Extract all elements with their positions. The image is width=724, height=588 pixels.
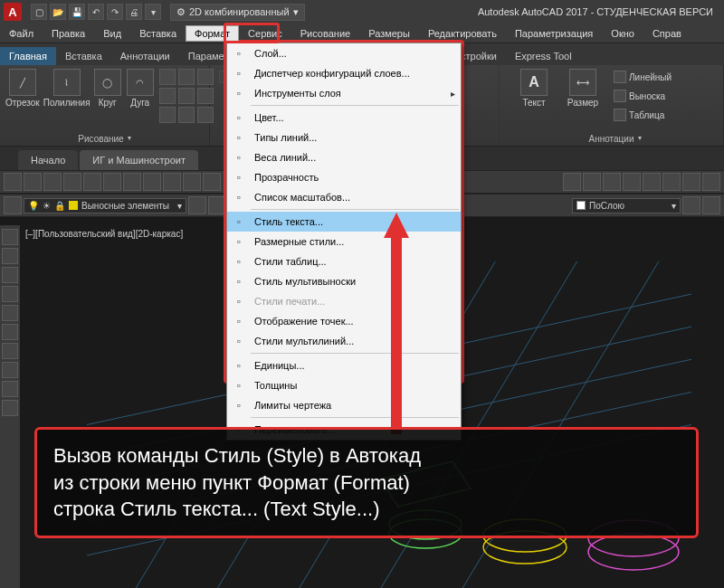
menu-окно[interactable]: Окно [602, 25, 643, 42]
leader-button[interactable]: Выноска [610, 88, 675, 104]
ribbon-tab-2[interactable]: Аннотации [111, 47, 179, 65]
prop-tb1-icon[interactable] [682, 196, 700, 214]
menu-item-label: Стили таблиц... [254, 256, 327, 267]
menu-item-15[interactable]: ▫Отображение точек... [227, 311, 461, 331]
tb2-icon[interactable] [24, 173, 42, 191]
tb10-icon[interactable] [183, 173, 201, 191]
menu-формат[interactable]: Формат [186, 25, 239, 42]
line-button[interactable]: ╱Отрезок [5, 69, 40, 123]
menu-item-4[interactable]: ▫Цвет... [227, 108, 461, 128]
lt2-icon[interactable] [2, 248, 18, 264]
tb6-icon[interactable] [103, 173, 121, 191]
tb-r6-icon[interactable] [662, 173, 681, 191]
menu-item-12[interactable]: ▫Стили таблиц... [227, 251, 461, 271]
tb11-icon[interactable] [203, 173, 221, 191]
menu-item-20[interactable]: ▫Лимиты чертежа [227, 395, 461, 415]
ribbon-tab-0[interactable]: Главная [0, 47, 56, 65]
undo-icon[interactable]: ↶ [88, 4, 104, 20]
layer-tb1-icon[interactable] [4, 196, 22, 214]
draw-small-icons[interactable] [159, 69, 214, 123]
tb5-icon[interactable] [83, 173, 101, 191]
tb3-icon[interactable] [43, 173, 62, 191]
save-icon[interactable]: 💾 [69, 4, 85, 20]
more-icon[interactable]: ▾ [145, 4, 161, 20]
tab-drawing[interactable]: ИГ и Машиностроит [80, 150, 198, 170]
prop-tb2-icon[interactable] [702, 196, 720, 214]
menu-редактировать[interactable]: Редактировать [419, 25, 506, 42]
menu-item-19[interactable]: ▫Толщины [227, 375, 461, 395]
linear-dim-button[interactable]: Линейный [610, 69, 675, 85]
tb9-icon[interactable] [163, 173, 181, 191]
tb8-icon[interactable] [143, 173, 161, 191]
tb-r1-icon[interactable] [563, 173, 581, 191]
layer-combo[interactable]: 💡 ☀ 🔒 Выносные элементы ▾ [24, 198, 186, 213]
menu-item-label: Стили печати... [254, 296, 325, 307]
new-icon[interactable]: ▢ [31, 4, 47, 20]
menu-item-label: Цвет... [254, 112, 284, 123]
tb-r8-icon[interactable] [702, 173, 720, 191]
lt10-icon[interactable] [2, 400, 18, 416]
layer-tb3-icon[interactable] [208, 196, 226, 214]
ribbon-tab-8[interactable]: Express Tool [506, 47, 581, 65]
menu-правка[interactable]: Правка [43, 25, 94, 42]
menu-item-icon: ▫ [231, 213, 247, 230]
lt5-icon[interactable] [2, 305, 18, 321]
menu-сервис[interactable]: Сервис [239, 25, 291, 42]
text-button[interactable]: AТекст [512, 69, 556, 123]
menu-размеры[interactable]: Размеры [359, 25, 419, 42]
tb-r2-icon[interactable] [583, 173, 601, 191]
tb-r4-icon[interactable] [623, 173, 641, 191]
arc-button[interactable]: ◠Дуга [127, 69, 154, 123]
menu-item-5[interactable]: ▫Типы линий... [227, 128, 461, 147]
menu-item-2[interactable]: ▫Инструменты слоя [227, 83, 461, 103]
lt7-icon[interactable] [2, 343, 18, 359]
tb1-icon[interactable] [4, 173, 22, 191]
lt4-icon[interactable] [2, 286, 18, 302]
menu-item-7[interactable]: ▫Прозрачность [227, 167, 461, 187]
menu-item-icon: ▫ [231, 109, 247, 126]
redo-icon[interactable]: ↷ [107, 4, 123, 20]
layer-tb2-icon[interactable] [188, 196, 206, 214]
menu-item-0[interactable]: ▫Слой... [227, 43, 461, 63]
viewport-label[interactable]: [–][Пользовательский вид][2D-каркас] [25, 229, 183, 239]
menu-item-16[interactable]: ▫Стили мультилиний... [227, 331, 461, 351]
lt1-icon[interactable] [2, 229, 18, 245]
color-combo[interactable]: ПоСлою ▾ [572, 198, 681, 213]
tab-start[interactable]: Начало [18, 150, 78, 170]
menu-item-11[interactable]: ▫Размерные стили... [227, 232, 461, 251]
app-badge-icon[interactable]: A [4, 3, 22, 21]
menu-рисование[interactable]: Рисование [291, 25, 359, 42]
menu-вид[interactable]: Вид [94, 25, 130, 42]
annot-panel-label[interactable]: Аннотации [512, 134, 718, 144]
lt8-icon[interactable] [2, 362, 18, 378]
polyline-button[interactable]: ⌇Полилиния [45, 69, 89, 123]
menu-вставка[interactable]: Вставка [130, 25, 186, 42]
ribbon-tab-1[interactable]: Вставка [56, 47, 111, 65]
workspace-name: 2D комбинированный [189, 6, 290, 17]
menu-item-10[interactable]: ▫Стиль текста... [227, 212, 461, 232]
lt3-icon[interactable] [2, 267, 18, 283]
menu-справ[interactable]: Справ [643, 25, 691, 42]
lt9-icon[interactable] [2, 381, 18, 397]
dimension-button[interactable]: ⟷Размер [561, 69, 605, 123]
draw-panel-label[interactable]: Рисование [5, 134, 204, 144]
table-button[interactable]: Таблица [610, 107, 675, 123]
tb7-icon[interactable] [123, 173, 141, 191]
menu-параметризация[interactable]: Параметризация [506, 25, 602, 42]
menu-item-1[interactable]: ▫Диспетчер конфигураций слоев... [227, 63, 461, 83]
lt6-icon[interactable] [2, 324, 18, 340]
circle-button[interactable]: ◯Круг [94, 69, 121, 123]
menu-item-icon: ▫ [231, 233, 247, 250]
open-icon[interactable]: 📂 [50, 4, 66, 20]
menu-файл[interactable]: Файл [0, 25, 43, 42]
menu-item-18[interactable]: ▫Единицы... [227, 356, 461, 375]
print-icon[interactable]: 🖨 [126, 4, 142, 20]
menu-item-13[interactable]: ▫Стиль мультивыноски [227, 271, 461, 291]
tb-r7-icon[interactable] [682, 173, 700, 191]
tb-r5-icon[interactable] [643, 173, 661, 191]
menu-item-8[interactable]: ▫Список масштабов... [227, 187, 461, 207]
tb4-icon[interactable] [63, 173, 81, 191]
menu-item-6[interactable]: ▫Веса линий... [227, 147, 461, 167]
workspace-switcher[interactable]: ⚙ 2D комбинированный ▾ [170, 4, 305, 21]
tb-r3-icon[interactable] [603, 173, 621, 191]
